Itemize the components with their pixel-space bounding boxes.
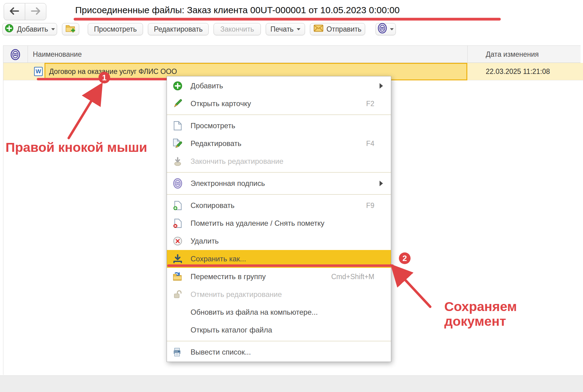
attached-files-window: Присоединенные файлы: Заказ клиента 00UT… xyxy=(0,0,583,392)
annotation-arrow-1 xyxy=(69,91,98,138)
menu-item-open-card[interactable]: Открыть карточку F2 xyxy=(167,95,391,113)
menu-item-finish-editing: Закончить редактирование xyxy=(167,152,391,170)
menu-item-copy[interactable]: Скопировать F9 xyxy=(167,197,391,214)
view-button-label: Просмотреть xyxy=(94,25,137,33)
annotation-badge-2: 2 xyxy=(399,252,411,264)
add-button[interactable]: Добавить xyxy=(2,23,57,35)
forward-button[interactable] xyxy=(25,3,46,20)
annotation-step1-label: Правой кнокой мыши xyxy=(6,140,147,155)
back-button[interactable] xyxy=(4,3,25,20)
table-left-border xyxy=(3,45,3,375)
save-as-icon xyxy=(172,253,183,264)
add-button-label: Добавить xyxy=(17,25,48,33)
menu-item-mark-deletion[interactable]: Пометить на удаление / Снять пометку xyxy=(167,214,391,232)
status-bar xyxy=(0,375,583,392)
annotation-badge-1: 1 xyxy=(98,72,110,83)
menu-item-edit[interactable]: Редактировать F4 xyxy=(167,135,391,152)
finish-button-label: Закончить xyxy=(220,25,254,33)
copy-icon xyxy=(172,200,183,211)
signature-stamp-icon xyxy=(10,49,21,61)
table-header: Наименование Дата изменения xyxy=(3,46,581,63)
file-modified-date: 22.03.2025 11:21:08 xyxy=(486,67,550,76)
add-plus-icon xyxy=(5,24,14,35)
finish-button: Закончить xyxy=(214,23,261,35)
move-to-group-icon xyxy=(172,271,183,282)
folder-add-icon xyxy=(65,24,76,35)
no-icon xyxy=(172,325,183,336)
send-button[interactable]: Отправить xyxy=(310,23,365,35)
print-button[interactable]: Печать xyxy=(266,23,305,35)
menu-separator xyxy=(167,192,391,197)
cancel-editing-icon xyxy=(172,289,183,300)
page-title: Присоединенные файлы: Заказ клиента 00UT… xyxy=(75,5,400,15)
column-header-name[interactable]: Наименование xyxy=(33,46,82,63)
signature-stamp-icon xyxy=(172,178,183,189)
file-row-date-cell[interactable]: 22.03.2025 11:21:08 xyxy=(467,63,583,80)
menu-separator xyxy=(167,113,391,117)
menu-item-cancel-editing: Отменить редактирование xyxy=(167,286,391,303)
submenu-arrow-icon xyxy=(380,83,383,89)
column-divider xyxy=(28,46,28,63)
signature-stamp-icon xyxy=(378,23,387,35)
column-divider xyxy=(467,46,468,63)
annotation-step2-line2: документ xyxy=(444,314,517,329)
context-menu: Добавить Открыть карточку F2 Просмотреть… xyxy=(167,76,391,362)
menu-item-move-to-group[interactable]: Переместить в группу Cmd+Shift+M xyxy=(167,268,391,286)
submenu-arrow-icon xyxy=(380,181,383,186)
open-card-icon xyxy=(172,98,183,109)
print-list-icon xyxy=(172,347,183,358)
view-button[interactable]: Просмотреть xyxy=(88,23,143,35)
no-icon xyxy=(172,307,183,318)
delete-icon xyxy=(172,236,183,247)
back-arrow-icon xyxy=(9,7,20,16)
create-folder-button[interactable] xyxy=(62,23,79,35)
edit-icon xyxy=(172,138,183,149)
annotation-step2-label: Сохраняем документ xyxy=(444,299,517,329)
menu-item-open-file-folder[interactable]: Открыть каталог файла xyxy=(167,321,391,339)
menu-separator xyxy=(167,170,391,175)
view-icon xyxy=(172,120,183,131)
print-dropdown-caret-icon xyxy=(297,28,300,30)
mark-deletion-icon xyxy=(172,218,183,229)
annotation-step2-line1: Сохраняем xyxy=(444,299,517,314)
menu-item-electronic-signature[interactable]: Электронная подпись xyxy=(167,175,391,192)
edit-button-label: Редактировать xyxy=(154,25,203,33)
send-button-label: Отправить xyxy=(326,25,361,33)
finish-editing-icon xyxy=(172,156,183,167)
annotation-save-as-underline xyxy=(167,264,394,267)
word-file-icon: W xyxy=(34,67,43,76)
menu-separator xyxy=(167,339,391,343)
menu-item-update-from-file[interactable]: Обновить из файла на компьютере... xyxy=(167,303,391,321)
add-icon xyxy=(172,80,183,91)
menu-item-output-list[interactable]: Вывести список... xyxy=(167,343,391,361)
menu-item-add[interactable]: Добавить xyxy=(167,77,391,95)
edit-button[interactable]: Редактировать xyxy=(148,23,209,35)
column-header-date[interactable]: Дата изменения xyxy=(486,46,539,63)
signature-button[interactable] xyxy=(376,23,396,35)
signature-dropdown-caret-icon xyxy=(390,28,394,30)
envelope-icon xyxy=(314,25,323,34)
add-dropdown-caret-icon xyxy=(51,28,55,30)
menu-item-delete[interactable]: Удалить xyxy=(167,232,391,250)
file-name: Договор на оказание услуг ФЛИС ООО xyxy=(49,67,177,76)
print-button-label: Печать xyxy=(270,25,293,33)
menu-item-view[interactable]: Просмотреть xyxy=(167,117,391,135)
annotation-arrow-2 xyxy=(397,271,430,307)
forward-arrow-icon xyxy=(30,7,41,16)
title-red-underline xyxy=(74,18,501,21)
